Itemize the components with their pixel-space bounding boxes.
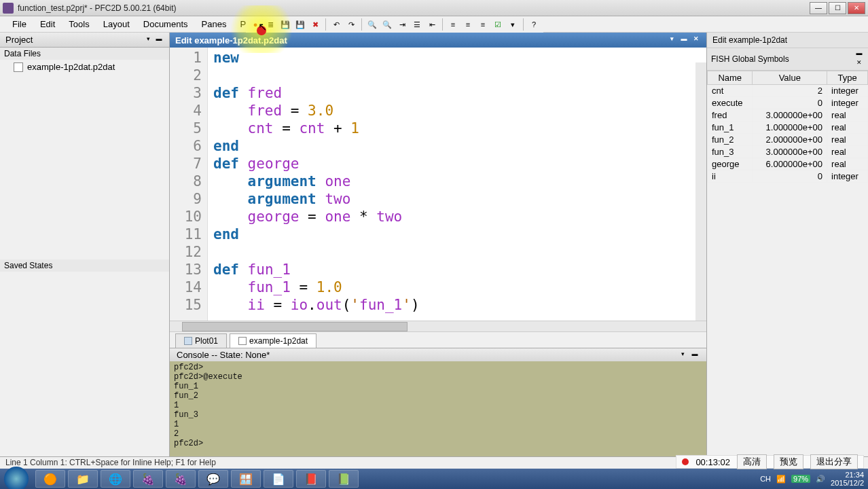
task-item[interactable]: 🌐 xyxy=(101,470,130,488)
table-row[interactable]: fun_11.000000e+00real xyxy=(708,122,868,134)
tab-plot[interactable]: Plot01 xyxy=(175,333,227,348)
console-title: Console -- State: None* xyxy=(177,350,270,360)
battery-icon[interactable]: 97% xyxy=(791,475,810,483)
code-editor[interactable]: 123456789101112131415 new def fred fred … xyxy=(170,48,706,321)
clock-date: 2015/12/2 xyxy=(831,479,864,487)
save-icon[interactable]: 💾 xyxy=(278,18,292,31)
fish-close-icon[interactable]: ✕ xyxy=(854,59,864,69)
editor-hscrollbar[interactable] xyxy=(170,321,706,331)
menu-edit[interactable]: Edit xyxy=(33,17,62,31)
clock-time: 21:34 xyxy=(831,471,864,479)
code-area[interactable]: new def fred fred = 3.0 cnt = cnt + 1 en… xyxy=(208,48,706,321)
list-icon[interactable]: ≣ xyxy=(264,18,277,31)
editor-tab-header: Edit example-1p2dat.p2dat ▾ ▬ ✕ xyxy=(170,33,706,48)
save-all-icon[interactable]: 💾 xyxy=(293,18,307,31)
align-center-icon[interactable]: ≡ xyxy=(461,18,475,31)
editor-minimize-icon[interactable]: ▬ xyxy=(679,35,689,45)
task-item[interactable]: 📁 xyxy=(68,470,98,488)
right-edit-label: Edit example-1p2dat xyxy=(707,33,868,48)
editor-vscrollbar[interactable] xyxy=(695,62,706,321)
volume-icon[interactable]: 🔊 xyxy=(816,475,825,484)
line-gutter: 123456789101112131415 xyxy=(170,48,208,321)
bookmark-icon[interactable]: ☰ xyxy=(410,18,424,31)
delete-icon[interactable]: ✖ xyxy=(308,18,322,31)
editor-close-icon[interactable]: ✕ xyxy=(691,35,701,45)
taskbar: 🟠 📁 🌐 🍇 🍇 💬 🪟 📄 📕 📗 CH 📶 97% 🔊 21:34 201… xyxy=(0,469,868,489)
fish-header: FISH Global Symbols ▬ ✕ xyxy=(707,48,868,71)
file-icon xyxy=(14,62,23,72)
col-type[interactable]: Type xyxy=(827,71,868,85)
separator xyxy=(523,18,524,31)
col-name[interactable]: Name xyxy=(708,71,753,85)
task-item[interactable]: 🍇 xyxy=(166,470,196,488)
find-icon[interactable]: 🔍 xyxy=(365,18,379,31)
clock[interactable]: 21:34 2015/12/2 xyxy=(831,471,864,487)
saved-states-label: Saved States xyxy=(0,259,169,272)
start-button[interactable] xyxy=(4,467,29,489)
editor-tab-title: Edit example-1p2dat.p2dat xyxy=(175,35,287,46)
separator xyxy=(442,18,443,31)
col-value[interactable]: Value xyxy=(753,71,827,85)
console-close-icon[interactable]: ▬ xyxy=(690,350,700,360)
table-row[interactable]: fun_33.000000e+00real xyxy=(708,146,868,158)
task-item[interactable]: 🍇 xyxy=(133,470,163,488)
align-right-icon[interactable]: ≡ xyxy=(476,18,490,31)
replace-icon[interactable]: 🔍 xyxy=(380,18,394,31)
project-file-item[interactable]: example-1p2dat.p2dat xyxy=(0,60,169,74)
fish-panel: Edit example-1p2dat FISH Global Symbols … xyxy=(706,33,868,456)
table-row[interactable]: execute0integer xyxy=(708,97,868,109)
fish-minimize-icon[interactable]: ▬ xyxy=(854,50,864,59)
ime-indicator[interactable]: CH xyxy=(760,475,771,483)
menu-tools[interactable]: Tools xyxy=(62,17,96,31)
file-name: example-1p2dat.p2dat xyxy=(27,62,115,72)
plot-icon xyxy=(184,337,192,345)
close-button[interactable]: ✕ xyxy=(848,2,865,14)
preview-button[interactable]: 预览 xyxy=(774,454,803,469)
editor-dropdown-icon[interactable]: ▾ xyxy=(667,35,676,45)
table-row[interactable]: cnt2integer xyxy=(708,85,868,97)
wifi-icon[interactable]: 📶 xyxy=(776,475,786,484)
help-icon[interactable]: ? xyxy=(527,18,541,31)
table-row[interactable]: fred3.000000e+00real xyxy=(708,109,868,122)
table-row[interactable]: fun_22.000000e+00real xyxy=(708,134,868,146)
record-icon[interactable]: ● xyxy=(249,18,262,31)
redo-icon[interactable]: ↷ xyxy=(344,18,358,31)
panel-close-icon[interactable]: ▬ xyxy=(154,35,164,45)
exit-share-button[interactable]: 退出分享 xyxy=(810,454,858,469)
document-tabs: Plot01 example-1p2dat xyxy=(170,331,706,348)
system-tray[interactable]: CH 📶 97% 🔊 21:34 2015/12/2 xyxy=(760,471,864,487)
hq-button[interactable]: 高清 xyxy=(737,454,767,469)
window-title: function_test.p2prj* - PFC2D 5.00.21 (64… xyxy=(18,3,810,13)
task-item[interactable]: 🟠 xyxy=(35,470,65,488)
panel-dropdown-icon[interactable]: ▾ xyxy=(143,35,153,45)
outdent-icon[interactable]: ⇤ xyxy=(425,18,439,31)
project-panel: Project ▾ ▬ Data Files example-1p2dat.p2… xyxy=(0,33,170,456)
tab-file[interactable]: example-1p2dat xyxy=(230,333,317,348)
titlebar: function_test.p2prj* - PFC2D 5.00.21 (64… xyxy=(0,0,868,16)
goto-icon[interactable]: ⇥ xyxy=(395,18,409,31)
check-icon[interactable]: ☑ xyxy=(491,18,505,31)
minimize-button[interactable]: — xyxy=(810,2,827,14)
maximize-button[interactable]: ☐ xyxy=(829,2,846,14)
menu-file[interactable]: File xyxy=(5,17,33,31)
console-dropdown-icon[interactable]: ▾ xyxy=(678,350,687,360)
task-item[interactable]: 💬 xyxy=(198,470,228,488)
table-row[interactable]: ii0integer xyxy=(708,170,868,183)
app-icon xyxy=(3,3,14,14)
fish-table[interactable]: Name Value Type cnt2integerexecute0integ… xyxy=(707,71,868,183)
toolbar: ● ≣ 💾 💾 ✖ ↶ ↷ 🔍 🔍 ⇥ ☰ ⇤ ≡ ≡ ≡ ☑ ▾ ? xyxy=(246,16,543,33)
task-item[interactable]: 📕 xyxy=(296,470,326,488)
scroll-thumb[interactable] xyxy=(182,322,408,331)
task-item[interactable]: 📗 xyxy=(329,470,359,488)
console[interactable]: pfc2d> pfc2d>@execute fun_1 fun_2 1 fun_… xyxy=(170,361,706,456)
menu-layout[interactable]: Layout xyxy=(96,17,137,31)
menu-documents[interactable]: Documents xyxy=(137,17,195,31)
menu-panes[interactable]: Panes xyxy=(195,17,234,31)
dropdown-icon[interactable]: ▾ xyxy=(506,18,520,31)
table-row[interactable]: george6.000000e+00real xyxy=(708,158,868,170)
align-left-icon[interactable]: ≡ xyxy=(446,18,460,31)
task-item[interactable]: 🪟 xyxy=(231,470,261,488)
separator xyxy=(361,18,362,31)
undo-icon[interactable]: ↶ xyxy=(329,18,343,31)
task-item[interactable]: 📄 xyxy=(264,470,293,488)
